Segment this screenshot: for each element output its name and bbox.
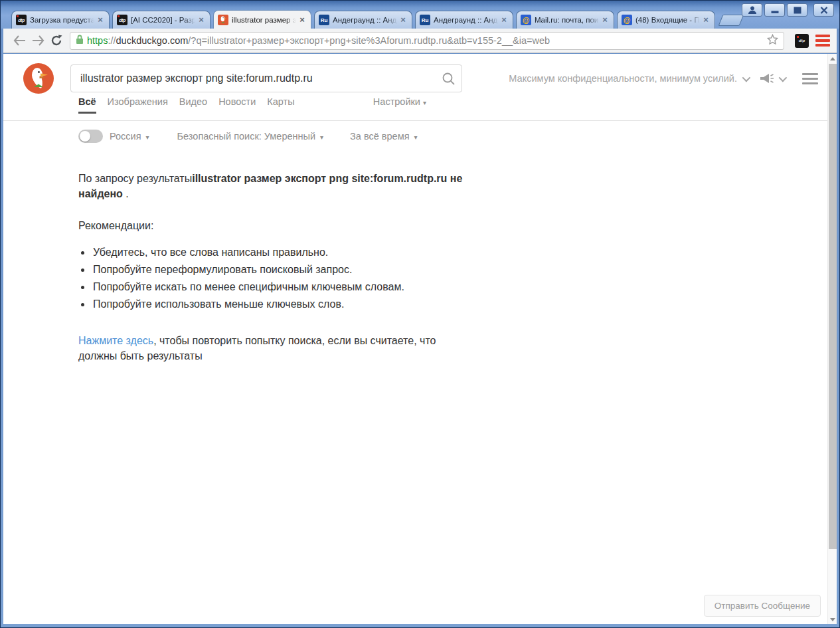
address-bar[interactable]: https://duckduckgo.com/?q=illustrator+ра…	[70, 32, 784, 50]
tab-videos[interactable]: Видео	[179, 96, 207, 114]
tab-news[interactable]: Новости	[218, 96, 256, 114]
scrollbar-thumb[interactable]	[829, 64, 837, 549]
browser-window: dtp Загрузка предустано × dtp [AI CC2020…	[0, 0, 840, 628]
tab-ai-cc2020[interactable]: dtp [AI CC2020] - Разреш ×	[112, 11, 210, 29]
results-area: По запросу результатыillustrator размер …	[78, 171, 470, 364]
caret-down-icon: ▾	[320, 134, 323, 141]
toggle-knob	[80, 131, 90, 142]
retry-paragraph: Нажмите здесь, чтобы повторить попытку п…	[78, 333, 460, 364]
bookmark-star-icon[interactable]	[767, 34, 778, 47]
refresh-icon[interactable]	[47, 31, 66, 50]
chevron-down-icon	[742, 73, 751, 82]
tab-title: Андеграунд :: Андег	[333, 16, 398, 24]
tab-all[interactable]: Всё	[78, 96, 96, 114]
rudtp-ru-favicon: Ru	[420, 15, 430, 25]
tab-title: Загрузка предустано	[30, 16, 96, 24]
new-tab-button[interactable]	[718, 15, 744, 26]
tab-title: illustrator размер эксп	[232, 16, 297, 24]
list-item: Попробуйте использовать меньше ключевых …	[92, 296, 470, 313]
forward-icon[interactable]	[29, 31, 47, 50]
tab-close-icon[interactable]: ×	[297, 15, 307, 25]
caret-down-icon: ▾	[414, 134, 417, 141]
tab-zagruzka[interactable]: dtp Загрузка предустано ×	[11, 11, 110, 29]
retry-link[interactable]: Нажмите здесь	[78, 335, 153, 346]
search-vertical-tabs: Всё Изображения Видео Новости Карты Наст…	[78, 96, 810, 114]
tab-title: [AI CC2020] - Разреш	[131, 16, 197, 24]
search-box	[70, 64, 462, 92]
tab-close-icon[interactable]: ×	[499, 15, 509, 25]
dtp-extension-icon[interactable]: dtp	[795, 34, 809, 48]
scroll-up-icon[interactable]	[828, 54, 837, 63]
time-range-label: За всё время	[350, 131, 409, 142]
tab-strip: dtp Загрузка предустано × dtp [AI CC2020…	[11, 10, 742, 29]
lock-icon	[76, 35, 84, 47]
mailru-favicon: @	[622, 15, 632, 25]
tab-close-icon[interactable]: ×	[398, 15, 408, 25]
message-prefix: По запросу результаты	[78, 173, 192, 184]
tab-andegraund-2[interactable]: Ru Андеграунд :: Андег ×	[415, 11, 513, 29]
minimize-button[interactable]	[764, 3, 785, 17]
browser-menu-icon[interactable]	[815, 35, 830, 47]
list-item: Попробуйте переформулировать поисковый з…	[92, 261, 470, 278]
tab-close-icon[interactable]: ×	[197, 15, 206, 25]
rudtp-dtp-favicon: dtp	[117, 15, 127, 25]
recommendations-list: Убедитесь, что все слова написаны правил…	[92, 244, 470, 313]
page-menu-icon[interactable]	[802, 73, 818, 84]
url-separator: ://	[108, 35, 116, 46]
message-suffix: .	[123, 188, 129, 199]
megaphone-icon	[759, 72, 775, 84]
privacy-tagline-text: Максимум конфиденциальности, минимум уси…	[509, 73, 737, 84]
profile-user-button[interactable]	[742, 3, 762, 17]
announcement-control[interactable]	[759, 72, 785, 84]
tab-images[interactable]: Изображения	[108, 96, 168, 114]
settings-dropdown[interactable]: Настройки▾	[373, 96, 426, 107]
browser-toolbar: https://duckduckgo.com/?q=illustrator+ра…	[3, 29, 837, 53]
header-divider	[3, 120, 837, 121]
safe-search-dropdown[interactable]: Безопасный поиск: Умеренный▾	[177, 131, 324, 142]
caret-down-icon: ▾	[146, 134, 149, 141]
search-input[interactable]	[71, 72, 435, 84]
no-results-message: По запросу результатыillustrator размер …	[78, 171, 470, 201]
scroll-down-icon[interactable]	[828, 615, 837, 624]
maximize-button[interactable]	[787, 3, 807, 17]
tab-mailru-search[interactable]: @ Mail.ru: почта, поиск ×	[516, 11, 614, 29]
window-controls	[742, 3, 834, 17]
tab-mailru-inbox[interactable]: @ (48) Входящие - Поч ×	[617, 11, 715, 29]
header-right: Максимум конфиденциальности, минимум уси…	[509, 70, 818, 87]
url-host: duckduckgo.com	[116, 35, 189, 46]
filter-bar: Россия▾ Безопасный поиск: Умеренный▾ За …	[78, 130, 418, 143]
page-scrollbar[interactable]	[827, 54, 837, 624]
url-text: https://duckduckgo.com/?q=illustrator+ра…	[87, 35, 763, 46]
list-item: Убедитесь, что все слова написаны правил…	[92, 244, 470, 261]
tab-close-icon[interactable]: ×	[600, 15, 610, 25]
url-scheme: https	[87, 35, 108, 46]
tab-close-icon[interactable]: ×	[701, 15, 711, 25]
tab-maps[interactable]: Карты	[267, 96, 294, 114]
time-range-dropdown[interactable]: За всё время▾	[350, 131, 417, 142]
duckduckgo-logo[interactable]	[23, 63, 54, 94]
region-label: Россия	[110, 131, 141, 142]
rudtp-ru-favicon: Ru	[319, 15, 329, 25]
tab-title: Андеграунд :: Андег	[434, 16, 499, 24]
duckduckgo-favicon	[218, 15, 228, 25]
region-toggle[interactable]	[78, 130, 103, 143]
send-feedback-button[interactable]: Отправить Сообщение	[704, 595, 821, 617]
duckduckgo-page: Максимум конфиденциальности, минимум уси…	[3, 54, 837, 624]
close-button[interactable]	[813, 3, 834, 17]
tab-duckduckgo-active[interactable]: illustrator размер эксп ×	[213, 10, 311, 29]
caret-down-icon: ▾	[423, 99, 426, 106]
list-item: Попробуйте искать по менее специфичным к…	[92, 278, 470, 296]
url-path: /?q=illustrator+размер+экспорт+png+site%…	[188, 35, 550, 46]
back-icon[interactable]	[10, 31, 29, 50]
window-titlebar: dtp Загрузка предустано × dtp [AI CC2020…	[1, 1, 839, 29]
tab-andegraund-1[interactable]: Ru Андеграунд :: Андег ×	[314, 11, 412, 29]
tab-close-icon[interactable]: ×	[96, 15, 105, 25]
search-icon[interactable]	[435, 72, 462, 86]
region-dropdown[interactable]: Россия▾	[110, 131, 149, 142]
privacy-tagline[interactable]: Максимум конфиденциальности, минимум уси…	[509, 73, 748, 84]
tab-title: (48) Входящие - Поч	[635, 16, 701, 24]
settings-label: Настройки	[373, 96, 420, 107]
rudtp-dtp-favicon: dtp	[16, 15, 27, 25]
safe-search-label: Безопасный поиск: Умеренный	[177, 131, 315, 142]
tab-title: Mail.ru: почта, поиск	[535, 16, 600, 24]
